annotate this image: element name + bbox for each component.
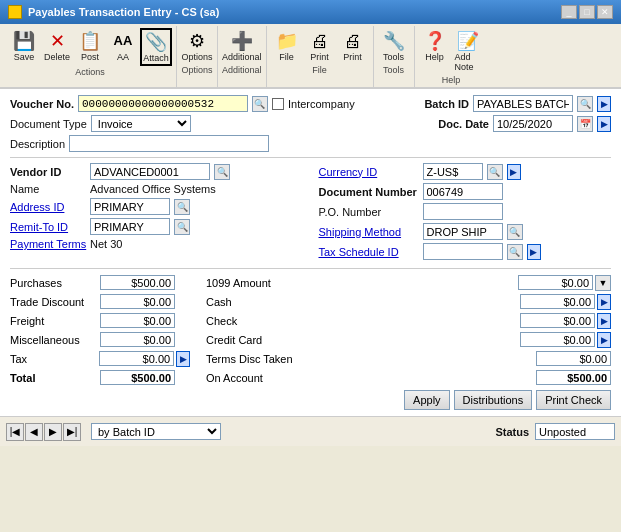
- po-number-row: P.O. Number: [319, 203, 612, 220]
- save-button[interactable]: 💾 Save: [8, 28, 40, 66]
- maximize-btn[interactable]: □: [579, 5, 595, 19]
- window-title: Payables Transaction Entry - CS (sa): [28, 6, 555, 18]
- vendor-id-row: Vendor ID 🔍: [10, 163, 303, 180]
- payment-terms-link[interactable]: Payment Terms: [10, 238, 86, 250]
- browse-by-select[interactable]: by Batch ID: [91, 423, 221, 440]
- amount-1099-icon[interactable]: ▼: [595, 275, 611, 291]
- delete-icon: ✕: [44, 30, 70, 52]
- help-group: ❓ Help 📝 Add Note Help: [415, 26, 488, 87]
- save-icon: 💾: [11, 30, 37, 52]
- separator-1: [10, 157, 611, 158]
- credit-card-input[interactable]: [520, 332, 595, 347]
- close-btn[interactable]: ✕: [597, 5, 613, 19]
- voucher-lookup-icon[interactable]: 🔍: [252, 96, 268, 112]
- tax-arrow-btn[interactable]: ▶: [527, 244, 541, 260]
- tax-schedule-row: Tax Schedule ID 🔍 ▶: [319, 243, 612, 260]
- tools-button[interactable]: 🔧 Tools: [378, 28, 410, 64]
- miscellaneous-input[interactable]: [100, 332, 175, 347]
- shipping-lookup-icon[interactable]: 🔍: [507, 224, 523, 240]
- description-input[interactable]: [69, 135, 269, 152]
- print-icon: 🖨: [340, 30, 366, 52]
- cash-input[interactable]: [520, 294, 595, 309]
- remit-to-link[interactable]: Remit-To ID: [10, 221, 86, 233]
- intercompany-checkbox[interactable]: [272, 98, 284, 110]
- currency-lookup-icon[interactable]: 🔍: [487, 164, 503, 180]
- file-group-label: File: [312, 65, 327, 75]
- window-controls[interactable]: _ □ ✕: [561, 5, 613, 19]
- po-number-input[interactable]: [423, 203, 503, 220]
- purchases-label: Purchases: [10, 277, 100, 289]
- name-value: Advanced Office Systems: [90, 183, 216, 195]
- title-bar: Payables Transaction Entry - CS (sa) _ □…: [0, 0, 621, 24]
- terms-disc-input[interactable]: [536, 351, 611, 366]
- document-type-select[interactable]: Invoice: [91, 115, 191, 132]
- tax-lookup-icon[interactable]: 🔍: [507, 244, 523, 260]
- status-bar: |◀ ◀ ▶ ▶| by Batch ID Status: [0, 416, 621, 446]
- terms-disc-row: Terms Disc Taken: [206, 350, 611, 367]
- address-lookup-icon[interactable]: 🔍: [174, 199, 190, 215]
- amount-1099-input[interactable]: [518, 275, 593, 290]
- nav-next-btn[interactable]: ▶: [44, 423, 62, 441]
- help-button[interactable]: ❓ Help: [419, 28, 451, 74]
- name-row: Name Advanced Office Systems: [10, 183, 303, 195]
- print-check-button[interactable]: Print Check: [536, 390, 611, 410]
- post-button[interactable]: 📋 Post: [74, 28, 106, 66]
- batch-lookup-icon[interactable]: 🔍: [577, 96, 593, 112]
- currency-id-link[interactable]: Currency ID: [319, 166, 419, 178]
- cash-arrow-btn[interactable]: ▶: [597, 294, 611, 310]
- tax-schedule-input[interactable]: [423, 243, 503, 260]
- voucher-no-input[interactable]: [78, 95, 248, 112]
- aa-button[interactable]: AA AA: [107, 28, 139, 66]
- vendor-lookup-icon[interactable]: 🔍: [214, 164, 230, 180]
- additional-button[interactable]: ➕ Additional: [226, 28, 258, 64]
- currency-id-input[interactable]: [423, 163, 483, 180]
- check-row: Check ▶: [206, 312, 611, 329]
- apply-button[interactable]: Apply: [404, 390, 450, 410]
- on-account-input[interactable]: [536, 370, 611, 385]
- shipping-method-input[interactable]: [423, 223, 503, 240]
- total-input[interactable]: [100, 370, 175, 385]
- check-input[interactable]: [520, 313, 595, 328]
- remit-to-input[interactable]: [90, 218, 170, 235]
- address-id-link[interactable]: Address ID: [10, 201, 86, 213]
- credit-card-arrow-btn[interactable]: ▶: [597, 332, 611, 348]
- print-preview-button[interactable]: 🖨 Print: [304, 28, 336, 64]
- shipping-method-link[interactable]: Shipping Method: [319, 226, 419, 238]
- purchases-input[interactable]: [100, 275, 175, 290]
- tax-schedule-link[interactable]: Tax Schedule ID: [319, 246, 419, 258]
- trade-discount-input[interactable]: [100, 294, 175, 309]
- batch-id-input[interactable]: [473, 95, 573, 112]
- minimize-btn[interactable]: _: [561, 5, 577, 19]
- options-button[interactable]: ⚙ Options: [181, 28, 213, 64]
- delete-button[interactable]: ✕ Delete: [41, 28, 73, 66]
- right-column: Currency ID 🔍 ▶ Document Number P.O. Num…: [319, 163, 612, 263]
- tax-input[interactable]: [99, 351, 174, 366]
- freight-input[interactable]: [100, 313, 175, 328]
- address-id-input[interactable]: [90, 198, 170, 215]
- options-group-label: Options: [181, 65, 212, 75]
- vendor-id-input[interactable]: [90, 163, 210, 180]
- check-arrow-btn[interactable]: ▶: [597, 313, 611, 329]
- file-button[interactable]: 📁 File: [271, 28, 303, 64]
- vendor-id-label: Vendor ID: [10, 166, 86, 178]
- miscellaneous-label: Miscellaneous: [10, 334, 100, 346]
- distributions-button[interactable]: Distributions: [454, 390, 533, 410]
- nav-prev-btn[interactable]: ◀: [25, 423, 43, 441]
- batch-arrow-btn[interactable]: ▶: [597, 96, 611, 112]
- doc-date-arrow-btn[interactable]: ▶: [597, 116, 611, 132]
- tax-expand-btn[interactable]: ▶: [176, 351, 190, 367]
- calendar-icon[interactable]: 📅: [577, 116, 593, 132]
- file-icon: 📁: [274, 30, 300, 52]
- print-button[interactable]: 🖨 Print: [337, 28, 369, 64]
- action-buttons-row: Apply Distributions Print Check: [206, 390, 611, 410]
- remit-to-row: Remit-To ID 🔍: [10, 218, 303, 235]
- remit-lookup-icon[interactable]: 🔍: [174, 219, 190, 235]
- nav-first-btn[interactable]: |◀: [6, 423, 24, 441]
- document-number-input[interactable]: [423, 183, 503, 200]
- doc-date-input[interactable]: [493, 115, 573, 132]
- currency-arrow-btn[interactable]: ▶: [507, 164, 521, 180]
- add-note-button[interactable]: 📝 Add Note: [452, 28, 484, 74]
- nav-last-btn[interactable]: ▶|: [63, 423, 81, 441]
- attach-button[interactable]: 📎 Attach: [140, 28, 172, 66]
- aa-icon: AA: [110, 30, 136, 52]
